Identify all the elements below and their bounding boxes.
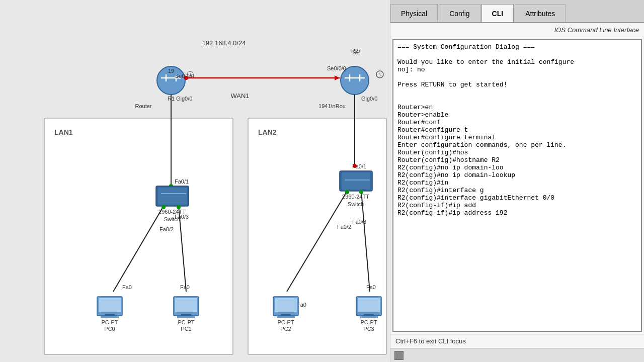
- svg-rect-0: [44, 118, 233, 354]
- svg-point-19: [184, 76, 188, 80]
- diagram-panel: LAN1 LAN2 192.168.4.0/24 WAN1 19 Router …: [0, 0, 390, 362]
- r1-type-label: 19: [168, 68, 174, 74]
- svg-point-31: [162, 205, 166, 209]
- tab-physical[interactable]: Physical: [390, 4, 438, 22]
- tab-attributes[interactable]: Attributes: [515, 4, 566, 22]
- svg-rect-53: [360, 316, 378, 318]
- sw2-label: 2960-24TT: [342, 194, 369, 200]
- tab-cli[interactable]: CLI: [481, 4, 514, 22]
- cli-scroll-button[interactable]: [394, 351, 404, 360]
- r1-subtype: Router: [135, 103, 151, 109]
- pc0-name: PC0: [104, 326, 115, 332]
- cli-footer: Ctrl+F6 to exit CLI focus: [390, 334, 644, 348]
- wan-name-label: WAN1: [230, 92, 249, 100]
- sw1-fa3-label: Fa0/3: [175, 214, 189, 220]
- cli-header: IOS Command Line Interface: [390, 23, 644, 37]
- svg-rect-28: [342, 172, 370, 190]
- sw2-pc3-fa: Fa0: [366, 284, 376, 290]
- sw1-fa2-label: Fa0/2: [159, 226, 174, 232]
- cli-terminal[interactable]: === System Configuration Dialog === Woul…: [392, 39, 642, 332]
- r2-se-label: Se0/0/0: [327, 65, 346, 71]
- svg-marker-18: [335, 75, 340, 80]
- network-diagram: LAN1 LAN2 192.168.4.0/24 WAN1 19 Router …: [0, 0, 390, 362]
- pc0-type: PC-PT: [102, 319, 118, 325]
- sw1-pc1-fa: Fa0: [180, 284, 190, 290]
- r1-gig-label: Gig0/0: [176, 96, 192, 102]
- svg-point-33: [177, 205, 181, 209]
- svg-rect-47: [275, 298, 297, 312]
- r2-gig-label: Gig0/0: [361, 96, 377, 102]
- sw2-fa2-label: Fa0/2: [337, 224, 351, 230]
- svg-rect-43: [175, 298, 197, 312]
- pc3-name: PC3: [363, 326, 374, 332]
- svg-point-37: [359, 190, 363, 194]
- pc1-name: PC1: [181, 326, 191, 332]
- pc3-type: PC-PT: [361, 319, 377, 325]
- svg-point-35: [345, 190, 349, 194]
- svg-rect-39: [99, 298, 121, 312]
- sw1-pc0-fa: Fa0: [122, 284, 132, 290]
- sw1-fa1-label: Fa0/1: [175, 178, 189, 185]
- svg-rect-25: [158, 188, 187, 205]
- config-panel: Physical Config CLI Attributes IOS Comma…: [390, 0, 644, 362]
- sw2-fa1-label: Fa0/1: [352, 163, 366, 169]
- lan1-label: LAN1: [54, 128, 73, 136]
- r2-top-label: R2: [352, 48, 361, 56]
- r2-subtype: 1941\nRou: [318, 103, 346, 109]
- tab-bar: Physical Config CLI Attributes: [390, 0, 644, 23]
- wan-network-label: 192.168.4.0/24: [202, 39, 246, 47]
- pc2-type: PC-PT: [278, 319, 294, 325]
- svg-rect-41: [101, 316, 119, 318]
- svg-rect-49: [277, 316, 295, 318]
- sw2-name: Switch: [348, 201, 364, 207]
- svg-rect-45: [177, 316, 195, 318]
- pc1-type: PC-PT: [178, 319, 195, 325]
- pc2-name: PC2: [280, 326, 291, 332]
- lan2-label: LAN2: [258, 128, 277, 136]
- tab-config[interactable]: Config: [439, 4, 480, 22]
- svg-rect-51: [358, 298, 380, 312]
- svg-line-15: [380, 74, 381, 76]
